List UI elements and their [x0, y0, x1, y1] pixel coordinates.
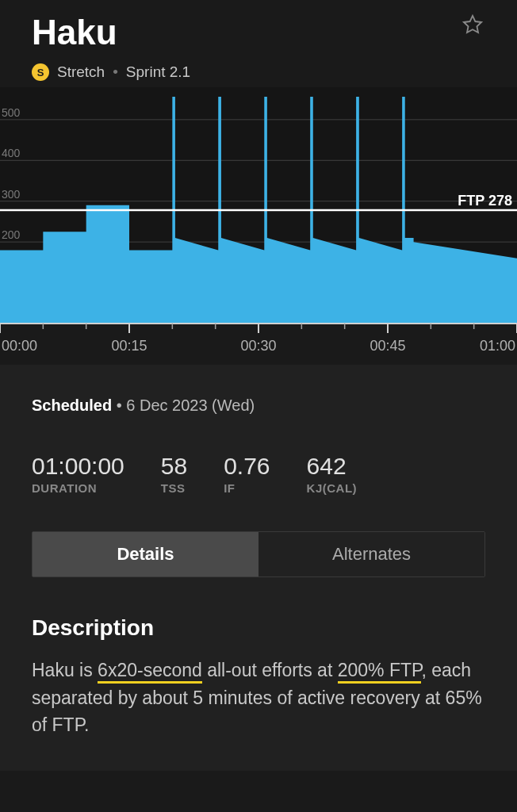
stat-label: KJ(CAL)	[307, 481, 358, 495]
stat-value: 642	[307, 453, 358, 480]
tab-details[interactable]: Details	[33, 532, 258, 576]
stat-tss: 58 TSS	[161, 453, 187, 495]
stat-if: 0.76 IF	[224, 453, 270, 495]
svg-text:500: 500	[2, 106, 21, 119]
svg-text:00:00: 00:00	[2, 338, 37, 354]
tag-stretch: Stretch	[57, 63, 105, 81]
svg-text:00:45: 00:45	[370, 338, 405, 354]
description-heading: Description	[32, 615, 485, 641]
star-icon	[461, 26, 484, 38]
favorite-button[interactable]	[460, 13, 485, 38]
svg-text:400: 400	[2, 147, 21, 159]
svg-text:FTP 278: FTP 278	[458, 193, 512, 209]
svg-text:200: 200	[2, 228, 21, 241]
svg-text:300: 300	[2, 188, 21, 201]
stat-kj: 642 KJ(CAL)	[307, 453, 358, 495]
stretch-badge-icon: S	[32, 63, 49, 81]
stat-label: IF	[224, 481, 270, 495]
highlight-duration: 6x20-second	[98, 660, 202, 684]
description-body: Haku is 6x20-second all-out efforts at 2…	[32, 657, 485, 739]
scheduled-date: 6 Dec 2023 (Wed)	[126, 396, 255, 414]
stat-duration: 01:00:00 DURATION	[32, 453, 124, 495]
workout-tags: S Stretch • Sprint 2.1	[32, 63, 485, 81]
plan-name: Sprint 2.1	[126, 63, 190, 81]
highlight-intensity: 200% FTP	[338, 660, 422, 684]
workout-title: Haku	[32, 13, 485, 52]
svg-text:01:00: 01:00	[480, 338, 515, 354]
scheduled-label: Scheduled	[32, 396, 112, 414]
tab-alternates[interactable]: Alternates	[258, 532, 484, 576]
svg-text:00:30: 00:30	[240, 338, 276, 354]
scheduled-line: Scheduled • 6 Dec 2023 (Wed)	[32, 396, 485, 415]
stat-value: 0.76	[224, 453, 270, 480]
tab-bar: Details Alternates	[32, 531, 485, 577]
stat-label: DURATION	[32, 481, 124, 495]
svg-text:00:15: 00:15	[111, 338, 147, 354]
power-chart: 200300400500FTP 27800:0000:1500:3000:450…	[0, 87, 517, 365]
stat-label: TSS	[161, 481, 187, 495]
separator-dot: •	[113, 63, 118, 81]
stat-value: 58	[161, 453, 187, 480]
stat-value: 01:00:00	[32, 453, 124, 480]
